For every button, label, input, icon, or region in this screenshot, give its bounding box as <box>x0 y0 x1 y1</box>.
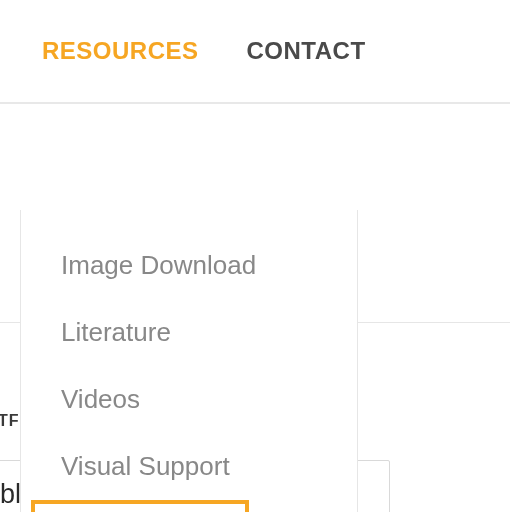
nav-resources[interactable]: RESOURCES <box>42 37 199 65</box>
dropdown-item-image-download[interactable]: Image Download <box>27 232 351 299</box>
resources-dropdown: Image Download Literature Videos Visual … <box>20 210 358 512</box>
dropdown-item-videos[interactable]: Videos <box>27 366 351 433</box>
dropdown-item-literature[interactable]: Literature <box>27 299 351 366</box>
dropdown-item-visual-support[interactable]: Visual Support <box>27 433 351 500</box>
background-section-label: TF <box>0 412 20 430</box>
dropdown-item-revit-library[interactable]: Revit Library <box>31 500 249 512</box>
nav-contact[interactable]: CONTACT <box>247 37 366 65</box>
nav-bar: RESOURCES CONTACT <box>0 0 510 104</box>
